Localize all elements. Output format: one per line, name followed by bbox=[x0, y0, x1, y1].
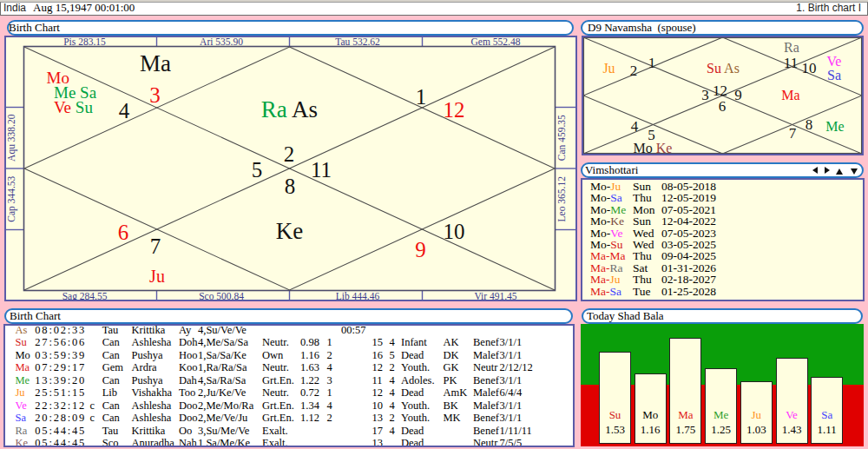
svg-text:8: 8 bbox=[285, 175, 296, 198]
svg-text:2: 2 bbox=[630, 63, 638, 79]
svg-text:Mo Ke: Mo Ke bbox=[634, 141, 673, 155]
svg-text:1: 1 bbox=[416, 85, 427, 109]
svg-text:Me: Me bbox=[825, 119, 844, 134]
svg-text:12: 12 bbox=[444, 98, 465, 122]
svg-text:Ju: Ju bbox=[149, 267, 165, 286]
svg-text:4: 4 bbox=[631, 118, 639, 135]
svg-text:6: 6 bbox=[719, 98, 727, 115]
svg-text:Sco 500.84: Sco 500.84 bbox=[199, 291, 244, 300]
svg-text:Pis 283.15: Pis 283.15 bbox=[63, 37, 106, 47]
svg-text:As08:02:33TauKrittikaAy4,Su/Ve: As08:02:33TauKrittikaAy4,Su/Ve/Ve00:57 bbox=[16, 326, 366, 336]
svg-text:8: 8 bbox=[806, 116, 813, 133]
svg-text:5: 5 bbox=[252, 158, 263, 182]
svg-text:Ma07:29:17GemArdraKoo1,Ra/Ra/S: Ma07:29:17GemArdraKoo1,Ra/Ra/SaNeutr.1.6… bbox=[16, 361, 533, 373]
svg-text:Sa: Sa bbox=[827, 68, 841, 83]
svg-text:7: 7 bbox=[789, 125, 797, 142]
svg-text:Ke: Ke bbox=[276, 218, 303, 244]
svg-text:Sag 284.55: Sag 284.55 bbox=[62, 291, 108, 300]
svg-text:Ari 535.90: Ari 535.90 bbox=[200, 37, 243, 47]
svg-text:Ju25:51:15LibVishakhaToo2,Ju/K: Ju25:51:15LibVishakhaToo2,Ju/Ke/VeNeutr.… bbox=[16, 386, 523, 399]
svg-text:Ra: Ra bbox=[784, 40, 799, 55]
svg-text:Ju: Ju bbox=[602, 61, 615, 76]
svg-text:Ma: Ma bbox=[781, 88, 799, 102]
svg-text:9: 9 bbox=[415, 238, 426, 261]
svg-text:10: 10 bbox=[802, 60, 817, 76]
svg-text:Ve: Ve bbox=[827, 54, 842, 69]
svg-text:2: 2 bbox=[284, 142, 295, 166]
svg-text:Sa20:28:09cCanAshleshaDoo2,Me/: Sa20:28:09cCanAshleshaDoo2,Me/Ve/JuGrt.E… bbox=[16, 412, 523, 424]
svg-text:Ke05:44:45ScoAnuradhaNah1,Sa/M: Ke05:44:45ScoAnuradhaNah1,Sa/Me/KeExalt.… bbox=[16, 437, 523, 446]
svg-text:Vir 491.45: Vir 491.45 bbox=[474, 291, 516, 300]
svg-text:4: 4 bbox=[119, 99, 130, 122]
svg-text:12: 12 bbox=[713, 83, 727, 99]
svg-text:Ve22:32:12cCanAshleshaDoo2,Me/: Ve22:32:12cCanAshleshaDoo2,Me/Mo/RaGrt.E… bbox=[16, 399, 523, 412]
svg-text:9: 9 bbox=[734, 87, 742, 103]
svg-text:Ma: Ma bbox=[140, 50, 171, 76]
svg-text:Can 459.35: Can 459.35 bbox=[556, 115, 567, 161]
svg-text:3: 3 bbox=[701, 87, 709, 103]
svg-text:7: 7 bbox=[150, 234, 161, 258]
svg-text:Ra As: Ra As bbox=[261, 96, 318, 122]
svg-text:6: 6 bbox=[118, 221, 129, 244]
svg-text:11: 11 bbox=[784, 55, 798, 71]
svg-text:Su As: Su As bbox=[707, 61, 740, 76]
svg-text:Leo 365.12: Leo 365.12 bbox=[556, 176, 567, 222]
svg-text:Ve Su: Ve Su bbox=[54, 98, 93, 116]
svg-text:Su27:56:06CanAshleshaDoh4,Me/S: Su27:56:06CanAshleshaDoh4,Me/Sa/SaNeutr.… bbox=[16, 336, 523, 348]
svg-text:Ra05:44:45TauKrittikaOo3,Su/Me: Ra05:44:45TauKrittikaOo3,Su/Me/VeExalt.1… bbox=[16, 425, 532, 437]
svg-text:Aqu 338.20: Aqu 338.20 bbox=[6, 114, 17, 162]
svg-text:Tau 532.62: Tau 532.62 bbox=[335, 37, 380, 47]
svg-text:Cap 344.53: Cap 344.53 bbox=[6, 175, 17, 221]
svg-text:3: 3 bbox=[149, 83, 161, 107]
svg-text:Me13:39:20CanPushyaDah4,Sa/Ra/: Me13:39:20CanPushyaDah4,Sa/Ra/SaGrt.En.1… bbox=[16, 374, 523, 386]
svg-text:1: 1 bbox=[648, 55, 656, 71]
svg-text:10: 10 bbox=[444, 220, 465, 243]
svg-text:Gem 552.48: Gem 552.48 bbox=[471, 37, 521, 47]
svg-text:Mo03:59:39CanPushyaHoo1,Sa/Sa/: Mo03:59:39CanPushyaHoo1,Sa/Sa/KeOwn1.162… bbox=[16, 349, 523, 361]
svg-text:11: 11 bbox=[311, 158, 332, 182]
svg-text:Ma-SaTue01-25-2028: Ma-SaTue01-25-2028 bbox=[590, 285, 716, 298]
svg-text:Lib 444.46: Lib 444.46 bbox=[336, 291, 380, 300]
